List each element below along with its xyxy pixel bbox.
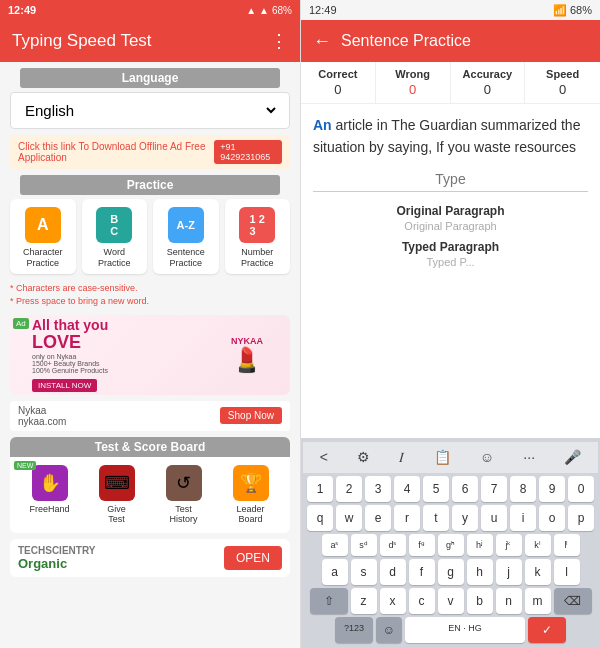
key-9[interactable]: 9 <box>539 476 565 502</box>
key-7[interactable]: 7 <box>481 476 507 502</box>
key-f[interactable]: f <box>409 559 435 585</box>
practice-grid: A CharacterPractice BC WordPractice A-Z … <box>10 199 290 274</box>
key-r[interactable]: r <box>394 505 420 531</box>
number-icon: 1 23 <box>239 207 275 243</box>
stat-accuracy-label: Accuracy <box>455 68 521 82</box>
language-select[interactable]: English Hindi Tamil Telugu <box>21 101 279 120</box>
key-fg[interactable]: fᵍ <box>409 534 435 556</box>
status-bar-right: 12:49 📶 68% <box>301 0 600 20</box>
key-gh[interactable]: gʰ <box>438 534 464 556</box>
language-select-row[interactable]: English Hindi Tamil Telugu <box>10 92 290 129</box>
sentence-practice-item[interactable]: A-Z SentencePractice <box>153 199 219 274</box>
score-board-section: Test & Score Board NEW ✋ FreeHand ⌨ Give… <box>10 437 290 534</box>
key-y[interactable]: y <box>452 505 478 531</box>
give-test-item[interactable]: ⌨ GiveTest <box>85 465 148 526</box>
key-5[interactable]: 5 <box>423 476 449 502</box>
back-arrow[interactable]: ← <box>313 31 331 52</box>
leader-board-label: LeaderBoard <box>236 504 264 526</box>
key-hj[interactable]: hʲ <box>467 534 493 556</box>
kb-settings-icon[interactable]: ⚙ <box>353 447 374 468</box>
kb-mic-icon[interactable]: 🎤 <box>560 447 585 468</box>
nykaa-ad[interactable]: Ad All that youLOVE only on Nykaa 1500+ … <box>10 315 290 395</box>
key-j[interactable]: j <box>496 559 522 585</box>
lang-key[interactable]: EN · HG <box>405 617 525 643</box>
kb-clipboard-icon[interactable]: 📋 <box>430 447 455 468</box>
key-4[interactable]: 4 <box>394 476 420 502</box>
key-8[interactable]: 8 <box>510 476 536 502</box>
stat-wrong: Wrong 0 <box>376 62 451 103</box>
test-history-label: TestHistory <box>169 504 197 526</box>
key-t[interactable]: t <box>423 505 449 531</box>
key-sd[interactable]: sᵈ <box>351 534 377 556</box>
key-d[interactable]: d <box>380 559 406 585</box>
key-g[interactable]: g <box>438 559 464 585</box>
kb-back-icon[interactable]: < <box>316 447 332 468</box>
key-k[interactable]: k <box>525 559 551 585</box>
key-3[interactable]: 3 <box>365 476 391 502</box>
nykaa-url: nykaa.com <box>18 416 66 427</box>
key-kl[interactable]: kˡ <box>525 534 551 556</box>
kb-cursor-icon[interactable]: 𝐼 <box>395 447 408 468</box>
key-x[interactable]: x <box>380 588 406 614</box>
key-a[interactable]: a <box>322 559 348 585</box>
key-e[interactable]: e <box>365 505 391 531</box>
app-title: Typing Speed Test <box>12 31 152 51</box>
backspace-key[interactable]: ⌫ <box>554 588 592 614</box>
test-history-icon: ↺ <box>166 465 202 501</box>
number-practice-item[interactable]: 1 23 NumberPractice <box>225 199 291 274</box>
menu-icon[interactable]: ⋮ <box>270 30 288 52</box>
key-1[interactable]: 1 <box>307 476 333 502</box>
key-6[interactable]: 6 <box>452 476 478 502</box>
key-as[interactable]: aˢ <box>322 534 348 556</box>
ad-phone[interactable]: +91 9429231065 <box>214 140 282 164</box>
stats-row: Correct 0 Wrong 0 Accuracy 0 Speed 0 <box>301 62 600 104</box>
new-badge: NEW <box>14 461 36 470</box>
key-q[interactable]: q <box>307 505 333 531</box>
enter-key[interactable]: ✓ <box>528 617 566 643</box>
install-btn[interactable]: INSTALL NOW <box>32 379 97 392</box>
key-z[interactable]: z <box>351 588 377 614</box>
sentence-highlight: An <box>313 117 332 133</box>
stat-correct: Correct 0 <box>301 62 376 103</box>
word-practice-item[interactable]: BC WordPractice <box>82 199 148 274</box>
leader-board-item[interactable]: 🏆 LeaderBoard <box>219 465 282 526</box>
key-v[interactable]: v <box>438 588 464 614</box>
cosmetics-icon: 💄 <box>232 346 262 374</box>
key-n[interactable]: n <box>496 588 522 614</box>
num-key[interactable]: ?123 <box>335 617 373 643</box>
key-w[interactable]: w <box>336 505 362 531</box>
key-b[interactable]: b <box>467 588 493 614</box>
key-o[interactable]: o <box>539 505 565 531</box>
character-practice-item[interactable]: A CharacterPractice <box>10 199 76 274</box>
nykaa-logo: NYKAA <box>231 336 263 346</box>
key-jk[interactable]: jᵏ <box>496 534 522 556</box>
key-m[interactable]: m <box>525 588 551 614</box>
key-u[interactable]: u <box>481 505 507 531</box>
key-df[interactable]: dˢ <box>380 534 406 556</box>
ad-banner[interactable]: Click this link To Download Offline Ad F… <box>10 135 290 169</box>
type-input[interactable] <box>313 167 588 192</box>
key-2[interactable]: 2 <box>336 476 362 502</box>
bottom-row: ?123 ☺ EN · HG ✓ <box>303 617 598 643</box>
open-button[interactable]: OPEN <box>224 546 282 570</box>
kb-more-icon[interactable]: ··· <box>519 447 539 468</box>
key-p[interactable]: p <box>568 505 594 531</box>
brand-name: TECHSCIENTRY <box>18 545 95 556</box>
key-i[interactable]: i <box>510 505 536 531</box>
app-header: Typing Speed Test ⋮ <box>0 20 300 62</box>
word-icon: BC <box>96 207 132 243</box>
emoji-key[interactable]: ☺ <box>376 617 402 643</box>
key-0[interactable]: 0 <box>568 476 594 502</box>
typing-area: An article in The Guardian summarized th… <box>301 104 600 438</box>
word-label: WordPractice <box>98 247 131 269</box>
freehand-item[interactable]: NEW ✋ FreeHand <box>18 465 81 526</box>
shift-key[interactable]: ⇧ <box>310 588 348 614</box>
shop-now-button[interactable]: Shop Now <box>220 407 282 424</box>
key-s[interactable]: s <box>351 559 377 585</box>
kb-emoji-icon[interactable]: ☺ <box>476 447 498 468</box>
key-ll[interactable]: lˡ <box>554 534 580 556</box>
key-c[interactable]: c <box>409 588 435 614</box>
key-h[interactable]: h <box>467 559 493 585</box>
test-history-item[interactable]: ↺ TestHistory <box>152 465 215 526</box>
key-l[interactable]: l <box>554 559 580 585</box>
